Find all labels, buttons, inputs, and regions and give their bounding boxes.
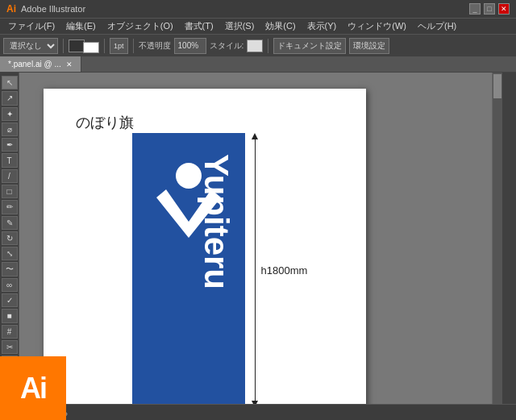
svg-text:Yupiteru: Yupiteru — [198, 154, 235, 289]
gradient-tool[interactable]: ■ — [2, 309, 18, 322]
paintbrush-tool[interactable]: ✏ — [2, 200, 18, 214]
height-label: h1800mm — [261, 264, 308, 277]
menu-select[interactable]: 選択(S) — [220, 19, 260, 34]
tab-bar: *.panel.ai @ ... ✕ — [0, 56, 516, 73]
tab-label: *.panel.ai @ ... — [8, 60, 61, 69]
mesh-tool[interactable]: # — [2, 325, 18, 339]
lasso-tool[interactable]: ⌀ — [2, 123, 18, 136]
doc-settings-btn[interactable]: ドキュメント設定 — [273, 38, 346, 54]
yupiteru-logo-svg: Yupiteru — [140, 153, 237, 387]
style-label: スタイル: — [210, 40, 244, 52]
stroke-color-btn[interactable] — [83, 42, 99, 53]
menu-window[interactable]: ウィンドウ(W) — [343, 19, 411, 34]
rect-tool[interactable]: □ — [2, 185, 18, 198]
style-btn[interactable] — [247, 40, 263, 52]
ai-logo: Ai — [0, 356, 66, 420]
canvas-area[interactable]: のぼり旗 Yupiteru — [19, 73, 501, 404]
dim-line-v: h1800mm — [255, 139, 256, 401]
selection-dropdown[interactable]: 選択なし — [3, 38, 58, 54]
main-toolbar: 選択なし 1pt 不透明度 スタイル: ドキュメント設定 環境設定 — [0, 34, 516, 56]
minimize-button[interactable]: _ — [469, 3, 481, 15]
menu-edit[interactable]: 編集(E) — [61, 19, 101, 34]
tab-close-icon[interactable]: ✕ — [66, 60, 73, 69]
maximize-button[interactable]: □ — [484, 3, 495, 15]
pen-tool[interactable]: ✒ — [2, 138, 18, 152]
right-panel-strip — [501, 73, 516, 404]
scale-tool[interactable]: ⤡ — [2, 247, 18, 260]
left-toolbar: ↖ ↗ ✦ ⌀ ✒ T / □ ✏ ✎ ↻ ⤡ 〜 ∞ ✓ ■ # ✂ ◻ ⊕ … — [0, 73, 19, 404]
scrollbar-thumb[interactable] — [493, 74, 501, 98]
menu-file[interactable]: ファイル(F) — [3, 19, 60, 34]
eyedropper-tool[interactable]: ✓ — [2, 293, 18, 307]
title-bar-title: Adobe Illustrator — [21, 4, 85, 14]
vertical-scrollbar[interactable] — [492, 73, 501, 404]
menu-object[interactable]: オブジェクト(O) — [102, 19, 178, 34]
env-settings-btn[interactable]: 環境設定 — [349, 38, 389, 54]
pencil-tool[interactable]: ✎ — [2, 216, 18, 230]
rotate-tool[interactable]: ↻ — [2, 231, 18, 245]
close-button[interactable]: ✕ — [498, 3, 510, 15]
select-tool[interactable]: ↖ — [2, 76, 18, 89]
menu-view[interactable]: 表示(Y) — [302, 19, 342, 34]
title-bar-controls: _ □ ✕ — [469, 3, 510, 15]
warp-tool[interactable]: 〜 — [2, 262, 18, 276]
document-title-label: のぼり旗 — [76, 113, 134, 132]
app-icon-label: Ai — [6, 3, 16, 15]
opacity-label: 不透明度 — [139, 40, 171, 52]
line-tool[interactable]: / — [2, 169, 18, 183]
menu-type[interactable]: 書式(T) — [180, 19, 218, 34]
menu-bar: ファイル(F) 編集(E) オブジェクト(O) 書式(T) 選択(S) 効果(C… — [0, 18, 516, 34]
magic-wand-tool[interactable]: ✦ — [2, 107, 18, 121]
nobori-banner: Yupiteru — [132, 133, 245, 404]
slice-tool[interactable]: ✂ — [2, 340, 18, 354]
ai-logo-text: Ai — [20, 372, 46, 405]
direct-select-tool[interactable]: ↗ — [2, 91, 18, 105]
main-layout: ↖ ↗ ✦ ⌀ ✒ T / □ ✏ ✎ ↻ ⤡ 〜 ∞ ✓ ■ # ✂ ◻ ⊕ … — [0, 73, 516, 404]
title-bar-left: Ai Adobe Illustrator — [6, 3, 85, 15]
toolbar-separator-2 — [104, 39, 105, 53]
logo-area: Yupiteru — [132, 133, 245, 404]
menu-help[interactable]: ヘルプ(H) — [413, 19, 461, 34]
height-dimension: h1800mm — [252, 133, 258, 404]
blend-tool[interactable]: ∞ — [2, 278, 18, 292]
type-tool[interactable]: T — [2, 153, 18, 167]
status-bar: 50% 手のひら — [0, 404, 516, 420]
artboard: のぼり旗 Yupiteru — [44, 89, 366, 404]
toolbar-separator-1 — [63, 39, 64, 53]
menu-effect[interactable]: 効果(C) — [260, 19, 300, 34]
document-tab[interactable]: *.panel.ai @ ... ✕ — [0, 56, 81, 72]
opacity-input[interactable] — [174, 38, 206, 54]
toolbar-separator-4 — [268, 39, 268, 53]
fill-color-btn[interactable] — [69, 40, 85, 52]
stroke-weight-btn[interactable]: 1pt — [110, 38, 128, 54]
dim-arrow-top — [252, 133, 258, 139]
title-bar: Ai Adobe Illustrator _ □ ✕ — [0, 0, 516, 18]
toolbar-separator-3 — [133, 39, 134, 53]
